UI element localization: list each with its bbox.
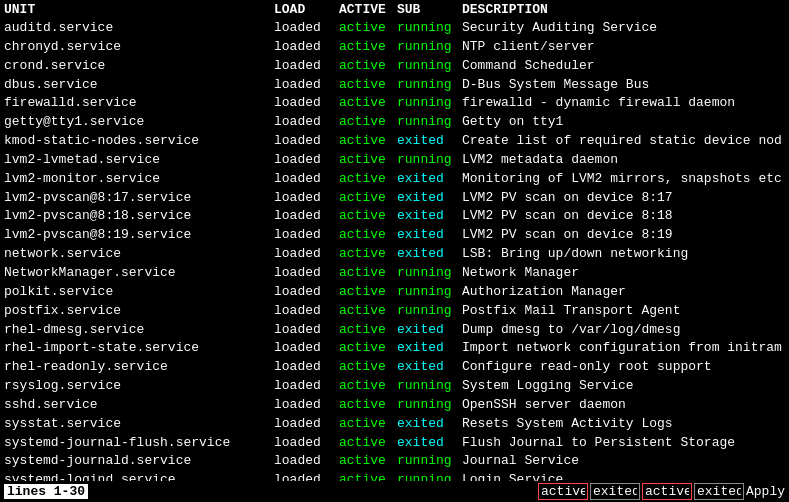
table-row: rhel-readonly.service loaded active exit…	[4, 358, 785, 377]
rows-container: auditd.service loaded active running Sec…	[4, 19, 785, 502]
table-row: polkit.service loaded active running Aut…	[4, 283, 785, 302]
load-val: loaded	[274, 189, 339, 208]
active-val: active	[339, 452, 397, 471]
active-val: active	[339, 396, 397, 415]
unit-name: kmod-static-nodes.service	[4, 132, 274, 151]
table-row: sysstat.service loaded active exited Res…	[4, 415, 785, 434]
desc-text: Import network configuration from initra…	[462, 339, 785, 358]
sub-val: exited	[397, 339, 462, 358]
filter-active-input[interactable]	[538, 483, 588, 500]
load-val: loaded	[274, 38, 339, 57]
filter-exited-input2[interactable]	[694, 483, 744, 500]
active-val: active	[339, 132, 397, 151]
table-row: auditd.service loaded active running Sec…	[4, 19, 785, 38]
desc-text: Getty on tty1	[462, 113, 785, 132]
table-row: crond.service loaded active running Comm…	[4, 57, 785, 76]
table-row: postfix.service loaded active running Po…	[4, 302, 785, 321]
load-val: loaded	[274, 321, 339, 340]
sub-val: exited	[397, 245, 462, 264]
sub-val: running	[397, 38, 462, 57]
filter-exited-input[interactable]	[590, 483, 640, 500]
desc-text: LVM2 PV scan on device 8:17	[462, 189, 785, 208]
desc-text: OpenSSH server daemon	[462, 396, 785, 415]
header-desc: DESCRIPTION	[462, 2, 785, 17]
load-val: loaded	[274, 434, 339, 453]
sub-val: exited	[397, 189, 462, 208]
desc-text: Resets System Activity Logs	[462, 415, 785, 434]
table-row: kmod-static-nodes.service loaded active …	[4, 132, 785, 151]
active-val: active	[339, 264, 397, 283]
sub-val: exited	[397, 434, 462, 453]
sub-val: running	[397, 76, 462, 95]
unit-name: rhel-dmesg.service	[4, 321, 274, 340]
load-val: loaded	[274, 170, 339, 189]
desc-text: NTP client/server	[462, 38, 785, 57]
sub-val: running	[397, 94, 462, 113]
sub-val: running	[397, 264, 462, 283]
desc-text: Flush Journal to Persistent Storage	[462, 434, 785, 453]
desc-text: Postfix Mail Transport Agent	[462, 302, 785, 321]
desc-text: LVM2 PV scan on device 8:18	[462, 207, 785, 226]
load-val: loaded	[274, 57, 339, 76]
sub-val: exited	[397, 358, 462, 377]
sub-val: exited	[397, 226, 462, 245]
active-val: active	[339, 207, 397, 226]
unit-name: lvm2-monitor.service	[4, 170, 274, 189]
sub-val: exited	[397, 132, 462, 151]
load-val: loaded	[274, 76, 339, 95]
active-val: active	[339, 94, 397, 113]
sub-val: running	[397, 113, 462, 132]
table-row: chronyd.service loaded active running NT…	[4, 38, 785, 57]
filter-active-input2[interactable]	[642, 483, 692, 500]
unit-name: auditd.service	[4, 19, 274, 38]
apply-button[interactable]: Apply	[746, 484, 785, 499]
filter-area: Apply	[538, 483, 785, 500]
desc-text: Dump dmesg to /var/log/dmesg	[462, 321, 785, 340]
sub-val: running	[397, 151, 462, 170]
load-val: loaded	[274, 452, 339, 471]
active-val: active	[339, 113, 397, 132]
header-active: ACTIVE	[339, 2, 397, 17]
load-val: loaded	[274, 415, 339, 434]
unit-name: network.service	[4, 245, 274, 264]
active-val: active	[339, 76, 397, 95]
active-val: active	[339, 38, 397, 57]
load-val: loaded	[274, 207, 339, 226]
table-header: UNIT LOAD ACTIVE SUB DESCRIPTION	[4, 2, 785, 17]
sub-val: running	[397, 19, 462, 38]
unit-name: systemd-journal-flush.service	[4, 434, 274, 453]
active-val: active	[339, 377, 397, 396]
unit-name: postfix.service	[4, 302, 274, 321]
table-row: lvm2-monitor.service loaded active exite…	[4, 170, 785, 189]
unit-name: lvm2-pvscan@8:17.service	[4, 189, 274, 208]
load-val: loaded	[274, 151, 339, 170]
load-val: loaded	[274, 132, 339, 151]
active-val: active	[339, 434, 397, 453]
sub-val: exited	[397, 170, 462, 189]
sub-val: running	[397, 377, 462, 396]
header-load: LOAD	[274, 2, 339, 17]
unit-name: sshd.service	[4, 396, 274, 415]
header-unit: UNIT	[4, 2, 274, 17]
desc-text: LVM2 metadata daemon	[462, 151, 785, 170]
desc-text: firewalld - dynamic firewall daemon	[462, 94, 785, 113]
table-row: lvm2-pvscan@8:18.service loaded active e…	[4, 207, 785, 226]
active-val: active	[339, 19, 397, 38]
active-val: active	[339, 57, 397, 76]
load-val: loaded	[274, 358, 339, 377]
desc-text: D-Bus System Message Bus	[462, 76, 785, 95]
unit-name: chronyd.service	[4, 38, 274, 57]
unit-name: polkit.service	[4, 283, 274, 302]
load-val: loaded	[274, 245, 339, 264]
desc-text: Monitoring of LVM2 mirrors, snapshots et…	[462, 170, 785, 189]
active-val: active	[339, 321, 397, 340]
table-row: lvm2-pvscan@8:17.service loaded active e…	[4, 189, 785, 208]
load-val: loaded	[274, 113, 339, 132]
active-val: active	[339, 415, 397, 434]
sub-val: running	[397, 57, 462, 76]
header-sub: SUB	[397, 2, 462, 17]
desc-text: Network Manager	[462, 264, 785, 283]
unit-name: lvm2-lvmetad.service	[4, 151, 274, 170]
table-row: rhel-dmesg.service loaded active exited …	[4, 321, 785, 340]
unit-name: sysstat.service	[4, 415, 274, 434]
